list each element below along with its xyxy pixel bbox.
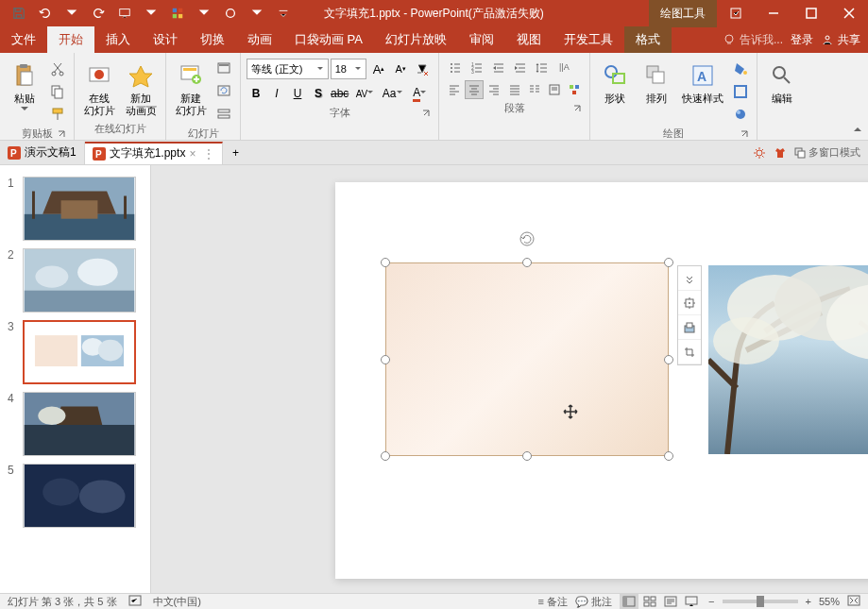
tab-transitions[interactable]: 切换: [189, 26, 236, 53]
float-collapse-icon[interactable]: [678, 266, 701, 291]
resize-handle-nw[interactable]: [381, 258, 390, 267]
reading-view-button[interactable]: [661, 594, 680, 609]
resize-handle-w[interactable]: [381, 355, 390, 364]
increase-font-button[interactable]: A▴: [368, 59, 388, 79]
layout-button[interactable]: [213, 59, 234, 79]
shadow-button[interactable]: S: [309, 83, 328, 104]
minimize-button[interactable]: [755, 0, 792, 26]
paste-button[interactable]: 粘贴: [6, 59, 43, 110]
new-anim-page-button[interactable]: 新加 动画页: [122, 59, 160, 117]
close-tab-icon[interactable]: ×: [189, 147, 196, 161]
font-color-button[interactable]: A: [407, 83, 433, 104]
text-direction-button[interactable]: ||A: [553, 59, 574, 77]
rotate-handle[interactable]: [518, 229, 536, 248]
clipboard-launcher-icon[interactable]: [57, 129, 68, 141]
tab-slideshow[interactable]: 幻灯片放映: [374, 26, 458, 53]
editing-button[interactable]: 编辑: [763, 59, 801, 105]
align-center-button[interactable]: [465, 80, 484, 99]
tab-animations[interactable]: 动画: [236, 26, 283, 53]
align-text-button[interactable]: [545, 80, 564, 99]
bullets-button[interactable]: [445, 59, 466, 77]
collapse-ribbon-icon[interactable]: [851, 123, 864, 136]
zoom-level[interactable]: 55%: [819, 596, 840, 607]
tab-menu-icon[interactable]: ⋮: [203, 147, 214, 161]
new-slide-button[interactable]: 新建 幻灯片: [172, 59, 210, 117]
arrange-button[interactable]: 排列: [638, 59, 675, 105]
tab-developer[interactable]: 开发工具: [553, 26, 624, 53]
shape-fill-button[interactable]: [730, 59, 751, 79]
slideshow-view-button[interactable]: [682, 594, 701, 609]
doc-tab-1[interactable]: P 演示文稿1: [0, 142, 85, 164]
spellcheck-icon[interactable]: [128, 595, 142, 609]
bold-button[interactable]: B: [247, 83, 265, 104]
undo-icon[interactable]: [34, 2, 57, 25]
tab-design[interactable]: 设计: [142, 26, 189, 53]
resize-handle-s[interactable]: [522, 451, 532, 461]
resize-handle-sw[interactable]: [381, 451, 390, 461]
align-left-button[interactable]: [445, 80, 464, 99]
qat-customize-icon[interactable]: [272, 2, 295, 25]
slide-position[interactable]: 幻灯片 第 3 张，共 5 张: [8, 595, 117, 609]
share-button[interactable]: 共享: [821, 32, 860, 48]
language-status[interactable]: 中文(中国): [153, 595, 201, 609]
skin-icon[interactable]: [774, 146, 787, 160]
tab-pocket-anim[interactable]: 口袋动画 PA: [283, 26, 374, 53]
save-icon[interactable]: [8, 2, 30, 25]
shape-outline-button[interactable]: [730, 81, 751, 102]
fit-to-window-button[interactable]: [847, 595, 860, 608]
section-button[interactable]: [213, 104, 234, 125]
slide-thumb-4[interactable]: 4: [0, 388, 150, 460]
font-family-select[interactable]: 等线 (正文): [247, 59, 329, 79]
tab-view[interactable]: 视图: [505, 26, 553, 53]
online-slides-button[interactable]: 在线 幻灯片: [80, 59, 118, 117]
line-spacing-button[interactable]: [532, 59, 553, 77]
zoom-out-button[interactable]: −: [708, 596, 714, 607]
slide-canvas[interactable]: [335, 182, 868, 579]
maximize-button[interactable]: [792, 0, 830, 26]
underline-button[interactable]: U: [288, 83, 307, 104]
decrease-font-button[interactable]: A▾: [391, 59, 411, 79]
tab-home[interactable]: 开始: [47, 26, 94, 53]
shapes-button[interactable]: 形状: [596, 59, 634, 105]
resize-handle-ne[interactable]: [664, 258, 673, 267]
multi-window-mode[interactable]: 多窗口模式: [794, 145, 860, 160]
tab-file[interactable]: 文件: [0, 26, 47, 53]
resize-handle-e[interactable]: [664, 355, 673, 364]
slide-thumb-2[interactable]: 2: [0, 245, 150, 316]
new-tab-button[interactable]: +: [223, 146, 247, 160]
quick-styles-button[interactable]: A 快速样式: [679, 59, 726, 105]
undo-dropdown-icon[interactable]: [60, 2, 83, 25]
drawing-launcher-icon[interactable]: [740, 129, 751, 141]
char-spacing-button[interactable]: AV: [351, 83, 377, 104]
normal-view-button[interactable]: [620, 594, 638, 609]
tree-image[interactable]: [708, 265, 868, 454]
columns-button[interactable]: [525, 80, 544, 99]
float-crop-icon[interactable]: [678, 340, 701, 364]
color-swatch-icon[interactable]: [166, 2, 189, 25]
slide-thumb-5[interactable]: 5: [0, 460, 150, 532]
slide-thumb-3[interactable]: 3: [0, 316, 150, 388]
strikethrough-button[interactable]: abc: [330, 83, 349, 104]
float-align-icon[interactable]: [678, 291, 701, 315]
tab-review[interactable]: 审阅: [458, 26, 505, 53]
reset-button[interactable]: [213, 81, 234, 102]
start-slideshow-icon[interactable]: [113, 2, 136, 25]
italic-button[interactable]: I: [267, 83, 286, 104]
decrease-indent-button[interactable]: [488, 59, 509, 77]
paragraph-launcher-icon[interactable]: [572, 104, 584, 115]
increase-indent-button[interactable]: [510, 59, 531, 77]
comments-button[interactable]: 💬 批注: [575, 595, 612, 609]
tell-me-search[interactable]: 告诉我...: [723, 32, 783, 48]
resize-handle-n[interactable]: [522, 258, 532, 267]
slide-thumb-1[interactable]: 1: [0, 173, 150, 245]
selected-rectangle-shape[interactable]: [385, 262, 669, 456]
gear-icon[interactable]: [753, 146, 766, 160]
login-button[interactable]: 登录: [791, 32, 813, 48]
cut-button[interactable]: [47, 59, 68, 79]
zoom-slider[interactable]: [723, 600, 798, 603]
numbering-button[interactable]: 123: [467, 59, 487, 77]
tab-insert[interactable]: 插入: [94, 26, 142, 53]
font-launcher-icon[interactable]: [421, 109, 433, 120]
tab-format[interactable]: 格式: [624, 26, 672, 53]
change-case-button[interactable]: Aa: [380, 83, 405, 104]
